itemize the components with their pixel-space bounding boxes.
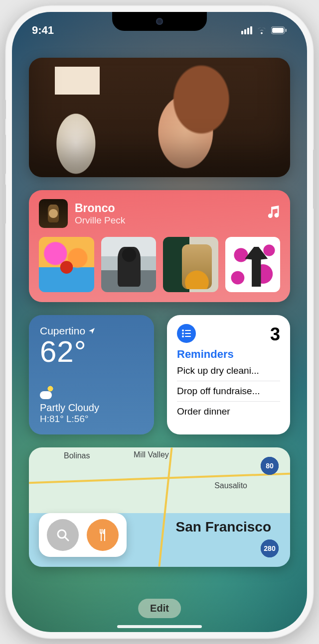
- map-label: Bolinas: [64, 451, 90, 460]
- front-camera-icon: [156, 18, 163, 25]
- ring-switch[interactable]: [3, 100, 6, 119]
- music-widget[interactable]: Bronco Orville Peck: [29, 190, 290, 302]
- partly-cloudy-icon: [40, 385, 54, 399]
- reminders-list-icon: [177, 324, 196, 343]
- svg-rect-1: [272, 28, 284, 33]
- maps-restaurants-button[interactable]: [87, 519, 119, 551]
- device-frame: 9:41 Bronco Orville Pec: [5, 5, 314, 639]
- album-cover[interactable]: [39, 237, 94, 292]
- today-view-widgets: Bronco Orville Peck: [29, 58, 290, 592]
- weather-temperature: 62°: [40, 337, 143, 367]
- photos-widget[interactable]: [29, 58, 290, 177]
- svg-rect-6: [185, 333, 191, 334]
- maps-poi-buttons: [39, 513, 127, 557]
- search-icon: [55, 528, 70, 542]
- reminders-title: Reminders: [177, 348, 280, 361]
- power-button[interactable]: [313, 149, 316, 209]
- notch: [112, 12, 207, 31]
- volume-down-button[interactable]: [3, 184, 6, 224]
- svg-point-3: [182, 329, 184, 331]
- maps-search-button[interactable]: [47, 519, 79, 551]
- reminders-count: 3: [270, 324, 280, 345]
- wifi-icon: [256, 26, 267, 34]
- map-label: Mill Valley: [134, 450, 169, 459]
- weather-condition: Partly Cloudy: [40, 402, 143, 414]
- album-cover[interactable]: [101, 237, 157, 292]
- svg-rect-8: [185, 336, 191, 337]
- interstate-shield-icon: 280: [259, 538, 280, 559]
- svg-point-5: [182, 332, 184, 334]
- fork-knife-icon: [96, 528, 110, 542]
- weather-hilo: H:81° L:56°: [40, 414, 143, 425]
- map-city-label: San Francisco: [176, 519, 271, 535]
- album-cover[interactable]: [163, 237, 218, 292]
- location-arrow-icon: [88, 327, 95, 334]
- volume-up-button[interactable]: [3, 134, 6, 174]
- reminder-item[interactable]: Drop off fundraise...: [177, 381, 280, 402]
- cellular-icon: [241, 26, 252, 34]
- interstate-shield-icon: 80: [259, 455, 280, 476]
- album-art-icon: [39, 199, 68, 228]
- battery-icon: [271, 26, 287, 34]
- reminder-item[interactable]: Order dinner: [177, 402, 280, 422]
- reminder-item[interactable]: Pick up dry cleani...: [177, 361, 280, 381]
- maps-widget[interactable]: Bolinas Mill Valley Sausalito 80 280 San…: [29, 447, 290, 567]
- album-cover[interactable]: [225, 237, 281, 292]
- music-title: Bronco: [75, 202, 260, 215]
- svg-point-7: [182, 335, 184, 337]
- edit-button[interactable]: Edit: [138, 599, 181, 618]
- music-note-icon: [267, 206, 280, 221]
- svg-line-10: [65, 537, 68, 540]
- weather-widget[interactable]: Cupertino 62° Partly Cloudy H:81° L:56°: [29, 315, 154, 434]
- reminders-widget[interactable]: 3 Reminders Pick up dry cleani... Drop o…: [167, 315, 290, 434]
- screen: 9:41 Bronco Orville Pec: [12, 12, 307, 632]
- clock: 9:41: [32, 24, 54, 37]
- svg-rect-4: [185, 330, 191, 331]
- home-indicator[interactable]: [117, 625, 202, 628]
- map-label: Sausalito: [214, 481, 247, 490]
- music-artist: Orville Peck: [75, 215, 260, 226]
- recent-albums: [39, 237, 280, 292]
- svg-rect-2: [286, 29, 287, 32]
